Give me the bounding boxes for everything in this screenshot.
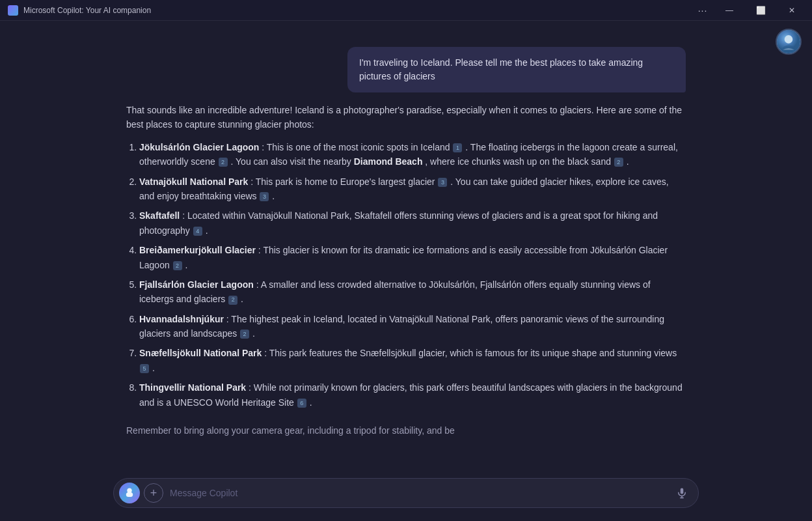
ai-response-list: Jökulsárlón Glacier Lagoon : This is one… (126, 140, 686, 410)
list-item: Skaftafell : Located within Vatnajökull … (139, 208, 686, 238)
citation-badge[interactable]: 2 (219, 158, 228, 167)
chat-area: I'm traveling to Iceland. Please tell me… (0, 21, 812, 521)
avatar (776, 29, 802, 55)
microphone-button[interactable] (671, 482, 693, 504)
fade-text: Remember to bring along your camera gear… (126, 425, 686, 444)
citation-badge[interactable]: 5 (140, 364, 149, 373)
maximize-button[interactable]: ⬜ (746, 0, 776, 21)
chat-content: I'm traveling to Iceland. Please tell me… (113, 34, 699, 444)
list-item: Fjallsárlón Glacier Lagoon : A smaller a… (139, 277, 686, 307)
citation-badge[interactable]: 6 (297, 399, 306, 408)
input-container: + (113, 478, 699, 508)
ai-intro-text: That sounds like an incredible adventure… (126, 103, 686, 132)
input-area: + (0, 470, 812, 521)
citation-badge[interactable]: 3 (438, 178, 447, 187)
user-message: I'm traveling to Iceland. Please tell me… (347, 47, 686, 92)
item-bold: Vatnajökull National Park (139, 176, 248, 187)
citation-badge[interactable]: 4 (193, 227, 202, 236)
item-bold: Jökulsárlón Glacier Lagoon (139, 142, 259, 152)
chat-scroll[interactable]: I'm traveling to Iceland. Please tell me… (0, 21, 812, 470)
list-item: Breiðamerkurjökull Glacier : This glacie… (139, 243, 686, 272)
list-item: Thingvellir National Park : While not pr… (139, 380, 686, 410)
item-bold: Skaftafell (139, 210, 180, 221)
citation-badge[interactable]: 2 (173, 261, 182, 270)
citation-badge[interactable]: 2 (614, 158, 623, 167)
avatar-area (776, 29, 802, 55)
title-bar: Microsoft Copilot: Your AI companion ···… (0, 0, 812, 21)
plus-icon: + (150, 486, 157, 500)
main-container: I'm traveling to Iceland. Please tell me… (0, 21, 812, 521)
copilot-app-icon (8, 5, 18, 16)
svg-point-2 (785, 35, 793, 44)
citation-badge[interactable]: 3 (260, 192, 269, 201)
microphone-icon (676, 487, 688, 499)
citation-badge[interactable]: 2 (240, 330, 249, 339)
title-bar-controls: ··· — ⬜ ✕ (692, 0, 807, 21)
item-bold: Thingvellir National Park (139, 382, 246, 393)
item-bold: Breiðamerkurjökull Glacier (139, 245, 256, 255)
copilot-logo-button[interactable] (119, 483, 140, 503)
title-bar-left: Microsoft Copilot: Your AI companion (8, 5, 151, 16)
close-button[interactable]: ✕ (777, 0, 807, 21)
minimize-button[interactable]: — (714, 0, 744, 21)
ai-response: That sounds like an incredible adventure… (126, 103, 686, 415)
citation-badge[interactable]: 2 (228, 296, 237, 305)
user-message-text: I'm traveling to Iceland. Please tell me… (359, 57, 643, 81)
more-options-button[interactable]: ··· (692, 0, 713, 21)
item-bold: Snæfellsjökull National Park (139, 348, 262, 358)
item-bold: Fjallsárlón Glacier Lagoon (139, 279, 254, 290)
list-item: Snæfellsjökull National Park : This park… (139, 346, 686, 375)
svg-rect-3 (681, 488, 684, 494)
list-item: Hvannadalshnjúkur : The highest peak in … (139, 312, 686, 341)
list-item: Vatnajökull National Park : This park is… (139, 175, 686, 204)
citation-badge[interactable]: 1 (453, 143, 462, 152)
add-attachment-button[interactable]: + (144, 483, 163, 503)
title-bar-title: Microsoft Copilot: Your AI companion (23, 6, 151, 15)
message-input[interactable] (167, 481, 667, 505)
item-bold: Hvannadalshnjúkur (139, 314, 224, 324)
item-bold-2: Diamond Beach (354, 156, 423, 167)
list-item: Jökulsárlón Glacier Lagoon : This is one… (139, 140, 686, 169)
